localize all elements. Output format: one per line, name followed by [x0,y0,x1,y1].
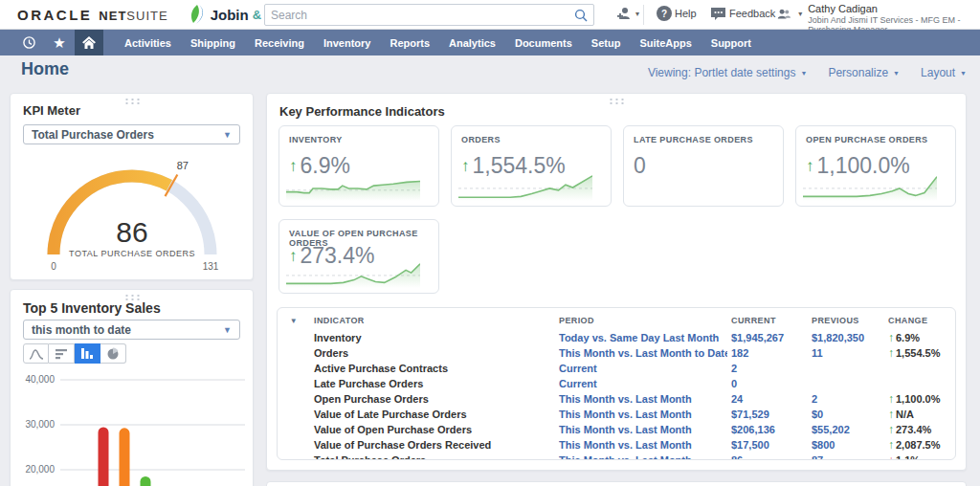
brand-ampersand: & [253,8,261,22]
nav-shipping[interactable]: Shipping [181,30,245,55]
cell-previous[interactable]: 87 [808,453,884,460]
kpi-meter-title: KPI Meter [23,103,80,118]
cell-current[interactable]: $206,136 [727,422,808,437]
drag-handle-icon[interactable] [123,98,140,104]
netsuite-wordmark: NET [99,9,126,23]
kpi-tile-orders[interactable]: ORDERS ↑1,554.5% [451,125,612,207]
table-row: Total Purchase Orders This Month vs. Las… [278,453,947,460]
cell-previous[interactable]: $800 [808,437,884,453]
nav-inventory[interactable]: Inventory [314,30,381,55]
cell-current[interactable]: $1,945,267 [727,330,808,345]
kpi-tile-value-open-purchase-orders[interactable]: VALUE OF OPEN PURCHASE ORDERS ↑273.4% [278,219,439,294]
ytick-40000: 40,000 [25,374,55,385]
viewing-settings-dropdown[interactable]: Viewing: Portlet date settings ▼ [648,66,807,79]
cell-period[interactable]: Current [555,361,727,376]
cell-change: ↑1,554.5% [884,345,947,361]
cell-current[interactable]: 0 [727,376,808,391]
kpi-tile-open-purchase-orders[interactable]: OPEN PURCHASE ORDERS ↑1,100.0% [795,125,956,207]
gauge-threshold-label: 87 [177,160,189,171]
shortcuts-star-icon[interactable]: ★ [44,30,75,55]
cell-previous[interactable] [808,376,884,391]
tile-value: 0 [634,153,646,179]
nav-documents[interactable]: Documents [505,30,582,55]
user-name: Cathy Cadigan [808,3,980,14]
area-chart-button[interactable] [23,343,49,364]
oracle-netsuite-logo[interactable]: ORACLE NET SUITE [17,7,168,23]
cell-current[interactable]: 2 [727,361,808,376]
kpi-tile-inventory[interactable]: INVENTORY ↑6.9% [278,125,439,207]
cell-current[interactable]: $17,500 [727,437,808,453]
kpi-meter-selected: Total Purchase Orders [32,128,223,142]
cell-period[interactable]: Today vs. Same Day Last Month [555,330,727,345]
bar[interactable] [120,428,130,486]
cell-current[interactable]: $71,529 [727,407,808,422]
cell-period[interactable]: Current [555,376,727,391]
cell-current[interactable]: 86 [727,453,808,460]
drag-handle-icon[interactable] [609,98,625,104]
drag-handle-icon[interactable] [123,294,140,300]
nav-setup[interactable]: Setup [582,30,631,55]
trend-icon: ↑ [888,408,894,421]
top5-period-select[interactable]: this month to date ▼ [23,320,240,340]
cell-current[interactable]: 24 [727,391,808,407]
cell-indicator: Orders [310,345,555,361]
home-tab[interactable] [75,30,103,55]
global-search[interactable] [264,4,594,26]
bar[interactable] [141,476,151,486]
quick-add-menu[interactable]: ▾ [616,6,639,22]
cell-period[interactable]: This Month vs. Last Month [555,391,727,407]
cell-period[interactable]: This Month vs. Last Month [555,437,727,453]
nav-suiteapps[interactable]: SuiteApps [630,30,701,55]
collapse-caret-icon[interactable]: ▼ [290,317,298,325]
cell-previous[interactable]: $0 [808,407,884,422]
cell-period[interactable]: This Month vs. Last Month [555,407,727,422]
cell-previous[interactable]: $55,202 [808,422,884,437]
layout-dropdown[interactable]: Layout ▼ [921,66,967,79]
recent-records-icon[interactable] [13,30,44,55]
vbar-chart-button[interactable] [75,343,100,364]
create-new-icon [616,6,633,22]
sparkline-chart [286,261,420,288]
trend-icon: ↑ [888,438,894,452]
cell-period[interactable]: This Month vs. Last Month [555,422,727,437]
search-icon[interactable] [574,9,588,22]
kpi-meter-select[interactable]: Total Purchase Orders ▼ [23,124,240,144]
cell-period[interactable]: This Month vs. Last Month to Date [555,345,727,361]
kpi-tile-late-purchase-orders[interactable]: LATE PURCHASE ORDERS 0 [623,125,784,207]
trend-icon: ↓ [888,453,894,460]
help-button[interactable]: ? Help [657,6,697,21]
top5-title: Top 5 Inventory Sales [23,300,161,316]
chevron-down-icon: ▼ [893,70,900,77]
cell-period[interactable]: This Month vs. Last Month [555,453,727,460]
bar[interactable] [99,427,109,486]
table-row: Value of Open Purchase Orders This Month… [278,422,947,437]
gauge-chart: 87 86 TOTAL PURCHASE ORDERS 0 131 [22,147,242,277]
kpi-tiles-row2: VALUE OF OPEN PURCHASE ORDERS ↑273.4% [278,219,439,294]
nav-analytics[interactable]: Analytics [439,30,505,55]
cell-previous[interactable]: 2 [808,391,884,407]
trend-icon: ↑ [888,392,894,406]
kpi-table: ▼ INDICATOR PERIOD CURRENT PREVIOUS CHAN… [278,312,947,460]
help-label: Help [675,8,697,19]
cell-current[interactable]: 182 [727,345,808,361]
main-navbar: ★ Activities Shipping Receiving Inventor… [0,30,980,55]
nav-activities[interactable]: Activities [115,30,181,55]
cell-indicator: Total Purchase Orders [310,453,555,460]
col-indicator: INDICATOR [310,312,555,330]
feedback-button[interactable]: Feedback [710,6,775,21]
cell-previous[interactable]: $1,820,350 [808,330,884,345]
nav-receiving[interactable]: Receiving [245,30,314,55]
cell-change: ↑1,100.0% [884,391,947,407]
nav-reports[interactable]: Reports [380,30,439,55]
sparkline-chart [458,174,592,201]
hbar-chart-button[interactable] [49,343,75,364]
chevron-down-icon: ▼ [960,70,967,77]
cell-indicator: Value of Late Purchase Orders [310,407,555,422]
search-input[interactable] [265,9,574,22]
pie-chart-button[interactable] [100,343,126,364]
cell-previous[interactable]: 11 [808,345,884,361]
cell-previous[interactable] [808,361,884,376]
cell-indicator: Active Purchase Contracts [310,361,555,376]
personalize-dropdown[interactable]: Personalize ▼ [828,66,900,79]
nav-support[interactable]: Support [702,30,761,55]
